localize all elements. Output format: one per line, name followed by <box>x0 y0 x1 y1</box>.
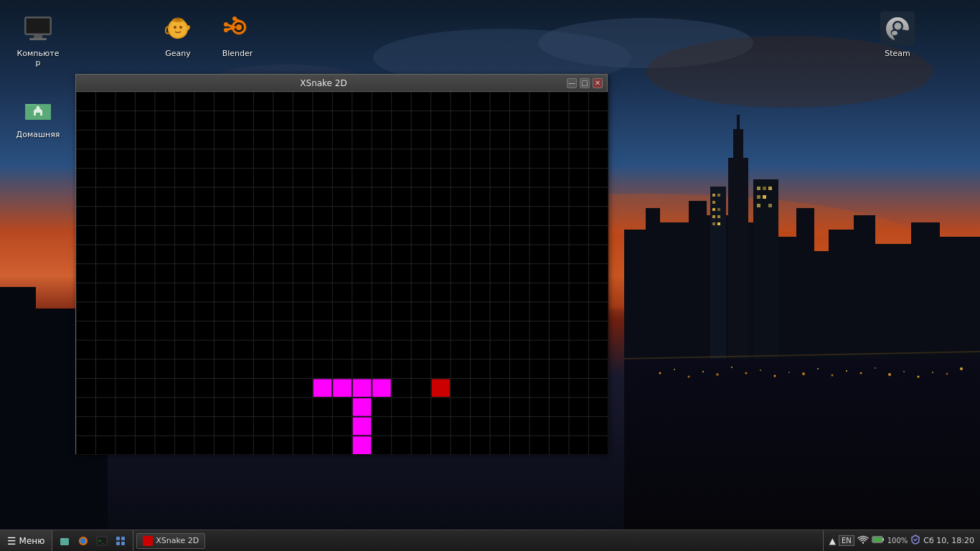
svg-point-78 <box>176 17 179 20</box>
tray-battery-percent: 100% <box>887 537 908 545</box>
desktop-icon-home[interactable]: Домашняя <box>13 90 63 142</box>
svg-point-92 <box>895 23 902 30</box>
geany-icon <box>161 11 195 46</box>
desktop-icon-computer[interactable]: Компьютер <box>13 9 63 70</box>
snake-game-canvas <box>76 92 608 455</box>
svg-point-83 <box>236 24 242 30</box>
svg-point-88 <box>224 28 228 32</box>
home-icon-label: Домашняя <box>17 130 60 139</box>
steam-label: Steam <box>885 49 910 58</box>
taskbar-quicklaunch-files[interactable] <box>57 533 72 549</box>
svg-point-76 <box>169 20 187 37</box>
svg-rect-104 <box>873 537 882 542</box>
window-title: XSnake 2D <box>80 78 567 88</box>
svg-rect-72 <box>27 19 50 33</box>
firefox-icon <box>77 535 89 547</box>
taskbar-tray: ▲ EN <box>823 530 980 551</box>
svg-point-80 <box>179 26 182 29</box>
taskbar-quicklaunch-app[interactable] <box>113 533 128 549</box>
svg-point-93 <box>892 31 897 35</box>
desktop: Компьютер Geany <box>0 0 980 551</box>
svg-point-89 <box>232 17 237 21</box>
svg-rect-105 <box>882 538 884 541</box>
xsnake-window-label: XSnake 2D <box>156 536 199 545</box>
window-close-button[interactable]: ✕ <box>593 78 603 88</box>
svg-rect-73 <box>34 34 42 38</box>
taskbar: Меню >_ <box>0 529 980 551</box>
svg-rect-74 <box>29 38 47 40</box>
taskbar-quicklaunch: >_ <box>52 530 133 551</box>
tray-datetime: Сб 10, 18:20 <box>923 536 974 545</box>
window-controls: — □ ✕ <box>567 78 603 88</box>
steam-icon <box>880 11 915 46</box>
window-maximize-button[interactable]: □ <box>580 78 590 88</box>
taskbar-quicklaunch-firefox[interactable] <box>75 533 91 549</box>
xsnake-window: XSnake 2D — □ ✕ <box>75 74 608 454</box>
blender-icon-label: Blender <box>222 49 253 58</box>
files-icon <box>59 535 70 547</box>
tray-keyboard-layout[interactable]: EN <box>839 535 854 546</box>
svg-rect-101 <box>116 542 120 545</box>
tray-wifi-icon[interactable] <box>857 534 869 547</box>
home-folder-icon <box>21 93 55 127</box>
desktop-icon-blender[interactable]: Blender <box>212 9 263 61</box>
svg-rect-102 <box>121 542 125 545</box>
xsnake-window-icon <box>143 536 153 546</box>
app-icon <box>115 535 126 547</box>
svg-text:>_: >_ <box>98 538 105 544</box>
tray-battery-icon[interactable] <box>872 535 885 546</box>
taskbar-window-xsnake[interactable]: XSnake 2D <box>136 533 205 549</box>
blender-icon <box>220 11 255 46</box>
desktop-icon-steam[interactable]: Steam <box>872 9 923 61</box>
svg-rect-99 <box>116 537 120 540</box>
window-minimize-button[interactable]: — <box>567 78 577 88</box>
svg-rect-100 <box>121 537 125 540</box>
tray-update-icon[interactable] <box>910 534 920 547</box>
taskbar-quicklaunch-terminal[interactable]: >_ <box>94 533 110 549</box>
tray-expand-button[interactable]: ▲ <box>829 536 836 546</box>
keyboard-layout-label: EN <box>842 537 852 545</box>
taskbar-start-button[interactable]: Меню <box>0 530 52 551</box>
svg-point-87 <box>224 22 228 27</box>
game-canvas <box>76 92 608 455</box>
menu-label: Меню <box>19 536 45 546</box>
window-titlebar: XSnake 2D — □ ✕ <box>76 75 607 92</box>
desktop-icon-geany[interactable]: Geany <box>153 9 203 61</box>
terminal-icon: >_ <box>96 535 108 547</box>
taskbar-windows: XSnake 2D <box>133 530 822 551</box>
geany-icon-label: Geany <box>165 49 191 58</box>
computer-icon-label: Компьютер <box>16 49 60 67</box>
svg-point-79 <box>174 26 176 29</box>
computer-icon <box>21 11 55 46</box>
